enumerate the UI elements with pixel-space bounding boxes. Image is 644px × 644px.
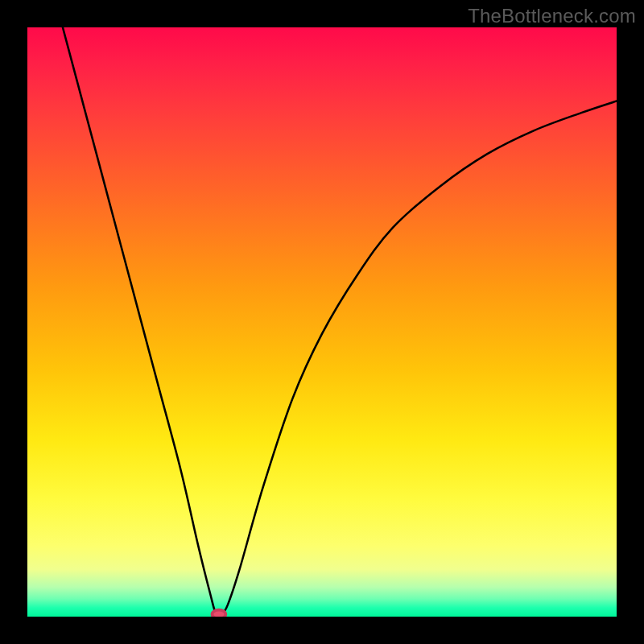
plot-area (27, 27, 617, 617)
min-marker (212, 610, 225, 617)
chart-frame: TheBottleneck.com (0, 0, 644, 644)
curve-svg (27, 27, 617, 617)
bottleneck-curve (63, 27, 617, 616)
watermark-text: TheBottleneck.com (468, 5, 636, 27)
